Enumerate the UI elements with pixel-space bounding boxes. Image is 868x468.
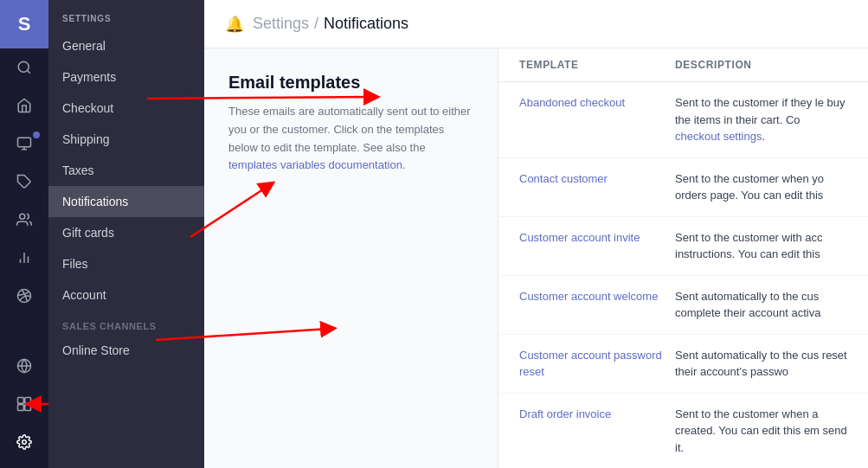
- column-template: Template: [519, 59, 675, 71]
- main-content: 🔔 Settings / Notifications Email templat…: [204, 0, 868, 468]
- column-description: Description: [675, 59, 847, 71]
- templates-table: Template Description Abandoned checkout …: [498, 48, 868, 468]
- sidebar-icon-home[interactable]: [0, 87, 48, 125]
- sidebar-header: SETTINGS: [48, 0, 204, 30]
- sidebar-item-checkout[interactable]: Checkout: [48, 93, 204, 124]
- sidebar-item-online-store[interactable]: Online Store: [48, 335, 204, 366]
- svg-rect-2: [18, 138, 31, 147]
- sidebar-icon-customers[interactable]: [0, 201, 48, 239]
- templates-variables-link[interactable]: templates variables documentation: [228, 158, 402, 171]
- svg-point-15: [23, 440, 27, 445]
- settings-breadcrumb[interactable]: Settings: [253, 15, 309, 33]
- sidebar-item-gift-cards[interactable]: Gift cards: [48, 217, 204, 248]
- svg-rect-11: [18, 398, 24, 404]
- template-link-account-invite[interactable]: Customer account invite: [519, 229, 675, 263]
- description-account-invite: Sent to the customer with acc instructio…: [675, 229, 847, 263]
- icon-bar-bottom: [0, 347, 48, 468]
- sidebar-item-general[interactable]: General: [48, 30, 204, 61]
- table-row: Customer account password reset Sent aut…: [498, 335, 868, 394]
- sidebar-item-notifications[interactable]: Notifications: [48, 186, 204, 217]
- email-templates-title: Email templates: [228, 73, 473, 93]
- shopify-logo[interactable]: S: [0, 0, 48, 48]
- template-link-password-reset[interactable]: Customer account password reset: [519, 347, 675, 381]
- svg-point-4: [20, 214, 25, 219]
- description-contact-customer: Sent to the customer when yo orders page…: [675, 170, 847, 204]
- sidebar-icon-settings[interactable]: [0, 423, 48, 461]
- email-templates-description: These emails are automatically sent out …: [228, 103, 473, 175]
- description-abandoned-checkout: Sent to the customer if they le buy the …: [675, 94, 847, 145]
- sidebar-icon-orders[interactable]: [0, 125, 48, 163]
- table-row: Contact customer Sent to the customer wh…: [498, 158, 868, 217]
- description-draft-order: Sent to the customer when a created. You…: [675, 406, 847, 457]
- table-header: Template Description: [498, 48, 868, 82]
- sidebar-icon-analytics[interactable]: [0, 239, 48, 277]
- sidebar-item-files[interactable]: Files: [48, 248, 204, 279]
- sidebar-item-payments[interactable]: Payments: [48, 61, 204, 93]
- sidebar-item-account[interactable]: Account: [48, 279, 204, 311]
- table-row: Customer account invite Sent to the cust…: [498, 217, 868, 276]
- checkout-settings-link[interactable]: checkout settings: [675, 130, 762, 143]
- table-row: Customer account welcome Sent automatica…: [498, 276, 868, 335]
- description-account-welcome: Sent automatically to the cus complete t…: [675, 288, 847, 322]
- sidebar-section-sales-channels: Sales channels: [48, 311, 204, 335]
- svg-rect-14: [25, 405, 31, 411]
- sidebar: SETTINGS General Payments Checkout Shipp…: [48, 0, 204, 468]
- template-link-contact-customer[interactable]: Contact customer: [519, 170, 675, 204]
- description-password-reset: Sent automatically to the cus reset thei…: [675, 347, 847, 381]
- sidebar-icon-search[interactable]: [0, 48, 48, 87]
- template-link-abandoned-checkout[interactable]: Abandoned checkout: [519, 94, 675, 145]
- bell-icon: 🔔: [225, 15, 244, 34]
- breadcrumb-separator: /: [314, 15, 318, 33]
- table-row: Abandoned checkout Sent to the customer …: [498, 82, 868, 158]
- sidebar-item-taxes[interactable]: Taxes: [48, 155, 204, 186]
- sidebar-icon-products[interactable]: [0, 163, 48, 201]
- svg-rect-13: [18, 405, 24, 411]
- sidebar-item-shipping[interactable]: Shipping: [48, 124, 204, 155]
- template-link-account-welcome[interactable]: Customer account welcome: [519, 288, 675, 322]
- svg-point-0: [18, 61, 29, 72]
- icon-bar: S: [0, 0, 48, 468]
- content-area: Email templates These emails are automat…: [204, 48, 868, 468]
- page-title: Notifications: [324, 15, 408, 33]
- template-link-draft-order[interactable]: Draft order invoice: [519, 406, 675, 457]
- svg-line-1: [27, 70, 29, 73]
- svg-rect-12: [25, 398, 31, 404]
- sidebar-icon-globe[interactable]: [0, 347, 48, 385]
- email-templates-panel: Email templates These emails are automat…: [204, 48, 498, 468]
- sidebar-icon-marketing[interactable]: [0, 277, 48, 315]
- sidebar-icon-apps[interactable]: [0, 385, 48, 423]
- top-bar: 🔔 Settings / Notifications: [204, 0, 868, 48]
- table-row: Draft order invoice Sent to the customer…: [498, 394, 868, 469]
